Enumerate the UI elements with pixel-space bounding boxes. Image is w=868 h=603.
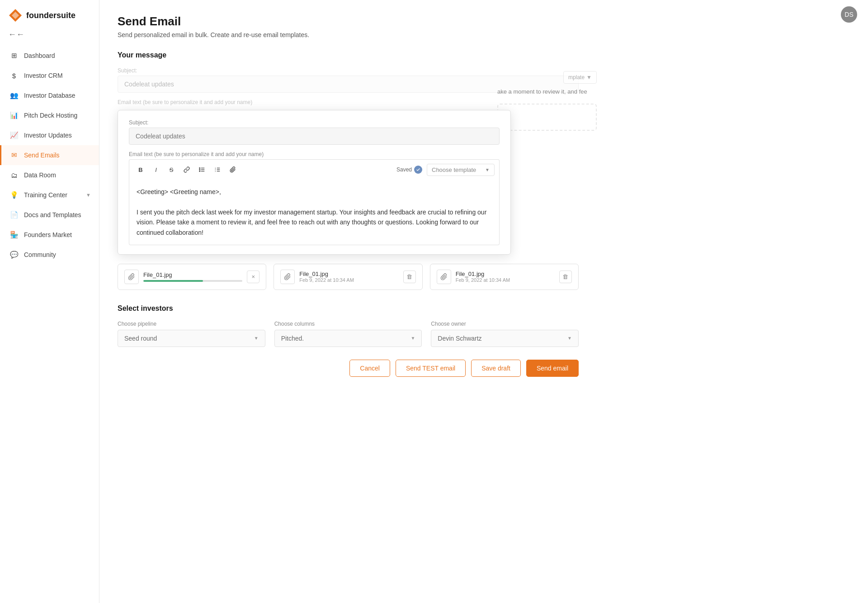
toolbar-right: Saved Choose template ▼ — [396, 164, 495, 176]
attachment-button[interactable] — [226, 163, 240, 176]
ol-icon: 123 — [214, 166, 221, 173]
sidebar-item-training-center[interactable]: 💡 Training Center ▼ — [0, 185, 99, 205]
sidebar: foundersuite ←← ⊞ Dashboard $ Investor C… — [0, 0, 99, 603]
collapse-icon: ←← — [8, 30, 24, 39]
unordered-list-button[interactable] — [195, 163, 209, 176]
sidebar-label-pitch-deck: Pitch Deck Hosting — [24, 112, 77, 119]
saved-badge: Saved — [396, 166, 422, 174]
sidebar-icon-data-room: 🗂 — [9, 171, 19, 180]
owner-chevron-icon: ▼ — [567, 336, 572, 341]
sidebar-label-training-center: Training Center — [24, 191, 67, 199]
attach-meta-1: Feb 9, 2022 at 10:34 AM — [299, 277, 398, 283]
attach-action-0[interactable]: × — [247, 271, 259, 283]
pipeline-dropdown-group: Choose pipeline Seed round ▼ — [118, 321, 265, 347]
select-investors-title: Select investors — [118, 304, 579, 313]
cancel-button[interactable]: Cancel — [349, 360, 390, 377]
sidebar-collapse-button[interactable]: ←← — [0, 27, 99, 46]
bold-button[interactable]: B — [134, 163, 147, 176]
attach-action-2[interactable]: 🗑 — [559, 271, 572, 283]
email-text-label: Email text (be sure to personalize it an… — [129, 151, 500, 157]
template-select-dropdown[interactable]: Choose template ▼ — [427, 164, 495, 176]
saved-icon — [414, 166, 422, 174]
sidebar-icon-send-emails: ✉ — [9, 151, 19, 160]
background-form: Subject: Email text (be sure to personal… — [118, 67, 579, 255]
sidebar-item-dashboard[interactable]: ⊞ Dashboard — [0, 46, 99, 66]
sidebar-icon-founders-market: 🏪 — [9, 230, 19, 239]
attach-name-1: File_01.jpg — [299, 271, 398, 277]
link-button[interactable] — [180, 163, 193, 176]
send-email-button[interactable]: Send email — [526, 360, 579, 377]
email-compose-modal: Subject: Email text (be sure to personal… — [118, 110, 511, 255]
attachment-card-0: File_01.jpg × — [118, 264, 266, 290]
sidebar-item-docs-templates[interactable]: 📄 Docs and Templates — [0, 205, 99, 225]
columns-dropdown-group: Choose columns Pitched. ▼ — [274, 321, 422, 347]
sidebar-item-investor-crm[interactable]: $ Investor CRM — [0, 66, 99, 85]
sidebar-item-community[interactable]: 💬 Community — [0, 245, 99, 265]
pipeline-chevron-icon: ▼ — [254, 336, 259, 341]
strikethrough-button[interactable]: S — [165, 163, 178, 176]
columns-chevron-icon: ▼ — [410, 336, 415, 341]
modal-body: Subject: Email text (be sure to personal… — [118, 110, 510, 254]
attach-meta-2: Feb 9, 2022 at 10:34 AM — [456, 277, 555, 283]
owner-dropdown[interactable]: Devin Schwartz ▼ — [431, 330, 579, 347]
main-content: DS Send Email Send personalized email in… — [99, 0, 868, 603]
email-body-text: I sent you the pitch deck last week for … — [137, 207, 492, 237]
attach-info-2: File_01.jpg Feb 9, 2022 at 10:34 AM — [456, 271, 555, 283]
attach-name-0: File_01.jpg — [143, 271, 242, 278]
save-draft-button[interactable]: Save draft — [471, 360, 521, 377]
sidebar-icon-investor-database: 👥 — [9, 91, 19, 100]
attach-action-1[interactable]: 🗑 — [403, 271, 416, 283]
sidebar-label-investor-crm: Investor CRM — [24, 72, 63, 79]
sidebar-expand-arrow: ▼ — [86, 192, 91, 198]
attach-progress-0 — [143, 280, 242, 282]
ul-icon — [199, 166, 205, 173]
user-avatar[interactable]: DS — [841, 6, 857, 23]
attachment-card-2: File_01.jpg Feb 9, 2022 at 10:34 AM 🗑 — [430, 264, 579, 290]
ordered-list-button[interactable]: 123 — [211, 163, 224, 176]
owner-value: Devin Schwartz — [438, 335, 481, 342]
editor-toolbar: B I S 123 — [129, 159, 500, 180]
attach-name-2: File_01.jpg — [456, 271, 555, 277]
your-message-title: Your message — [118, 51, 579, 59]
sidebar-icon-pitch-deck: 📊 — [9, 111, 19, 120]
columns-dropdown[interactable]: Pitched. ▼ — [274, 330, 422, 347]
sidebar-label-send-emails: Send Emails — [24, 152, 60, 159]
logo[interactable]: foundersuite — [0, 0, 99, 27]
logo-text: foundersuite — [26, 11, 75, 20]
template-select-label: Choose template — [432, 166, 476, 173]
sidebar-icon-investor-crm: $ — [9, 71, 19, 80]
bg-text-snippet: ake a moment to review it, and fee — [497, 84, 597, 100]
subject-label: Subject: — [129, 119, 500, 126]
sidebar-item-pitch-deck[interactable]: 📊 Pitch Deck Hosting — [0, 105, 99, 125]
sidebar-label-investor-updates: Investor Updates — [24, 132, 72, 139]
columns-label: Choose columns — [274, 321, 422, 327]
topbar: DS — [830, 0, 868, 29]
sidebar-label-dashboard: Dashboard — [24, 52, 55, 59]
sidebar-item-founders-market[interactable]: 🏪 Founders Market — [0, 225, 99, 245]
italic-button[interactable]: I — [149, 163, 163, 176]
owner-label: Choose owner — [431, 321, 579, 327]
send-test-email-button[interactable]: Send TEST email — [396, 360, 466, 377]
sidebar-icon-docs-templates: 📄 — [9, 210, 19, 219]
email-editor-body[interactable]: <Greeting> <Greeting name>, I sent you t… — [129, 180, 500, 245]
svg-point-7 — [199, 171, 200, 172]
subject-input[interactable] — [129, 128, 500, 145]
bg-template-select: mplate ▼ — [563, 71, 597, 84]
sidebar-label-community: Community — [24, 251, 56, 258]
sidebar-item-investor-updates[interactable]: 📈 Investor Updates — [0, 125, 99, 145]
sidebar-item-send-emails[interactable]: ✉ Send Emails — [0, 145, 99, 165]
sidebar-item-investor-database[interactable]: 👥 Investor Database — [0, 85, 99, 105]
sidebar-label-investor-database: Investor Database — [24, 92, 75, 99]
email-greeting-line: <Greeting> <Greeting name>, — [137, 187, 492, 197]
dropdowns-row: Choose pipeline Seed round ▼ Choose colu… — [118, 321, 579, 347]
chevron-down-icon: ▼ — [485, 167, 490, 172]
bg-dashed-area — [497, 104, 597, 131]
pipeline-dropdown[interactable]: Seed round ▼ — [118, 330, 265, 347]
svg-point-6 — [199, 169, 200, 170]
svg-point-5 — [199, 168, 200, 169]
sidebar-item-data-room[interactable]: 🗂 Data Room — [0, 165, 99, 185]
link-icon — [184, 166, 190, 173]
page-content: Send Email Send personalized email in bu… — [99, 0, 597, 395]
attach-info-1: File_01.jpg Feb 9, 2022 at 10:34 AM — [299, 271, 398, 283]
columns-value: Pitched. — [281, 335, 304, 342]
